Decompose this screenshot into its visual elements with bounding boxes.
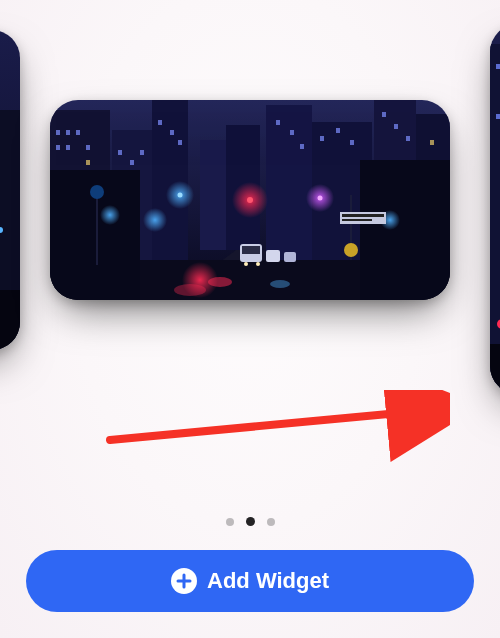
svg-rect-52: [360, 160, 450, 300]
svg-rect-90: [490, 344, 500, 394]
page-dot-1: [226, 518, 234, 526]
svg-rect-23: [56, 130, 60, 135]
svg-rect-32: [158, 120, 162, 125]
svg-rect-36: [290, 130, 294, 135]
svg-point-65: [100, 205, 120, 225]
svg-rect-37: [300, 144, 304, 149]
svg-rect-26: [56, 145, 60, 150]
svg-rect-70: [266, 250, 280, 262]
swipe-right-arrow-annotation: [100, 390, 450, 470]
svg-rect-72: [96, 195, 98, 265]
add-widget-button[interactable]: Add Widget: [26, 550, 474, 612]
svg-point-68: [244, 262, 248, 266]
svg-rect-34: [178, 140, 182, 145]
page-dot-3: [267, 518, 275, 526]
page-indicator: [0, 517, 500, 526]
svg-rect-29: [118, 150, 122, 155]
svg-rect-85: [496, 114, 500, 119]
svg-rect-38: [320, 136, 324, 141]
svg-point-57: [247, 197, 253, 203]
svg-rect-10: [0, 290, 20, 350]
svg-line-91: [110, 412, 410, 440]
page-dot-2: [246, 517, 255, 526]
svg-rect-27: [66, 145, 70, 150]
svg-rect-35: [276, 120, 280, 125]
svg-point-75: [344, 243, 358, 257]
widget-size-carousel[interactable]: [0, 40, 500, 360]
svg-rect-47: [430, 140, 434, 145]
svg-point-63: [182, 262, 218, 298]
plus-circle-icon: [171, 568, 197, 594]
svg-rect-71: [284, 252, 296, 262]
svg-rect-25: [76, 130, 80, 135]
svg-rect-28: [86, 145, 90, 150]
svg-rect-33: [170, 130, 174, 135]
svg-point-60: [143, 208, 167, 232]
widget-preview-center[interactable]: [50, 100, 450, 300]
svg-rect-19: [266, 105, 312, 260]
add-widget-label: Add Widget: [207, 568, 329, 594]
widget-preview-right[interactable]: [490, 24, 500, 394]
svg-rect-44: [86, 160, 90, 165]
svg-rect-43: [406, 136, 410, 141]
svg-rect-67: [242, 246, 260, 254]
svg-point-62: [318, 196, 323, 201]
svg-point-73: [90, 185, 104, 199]
svg-rect-30: [130, 160, 134, 165]
svg-point-69: [256, 262, 260, 266]
svg-rect-16: [152, 100, 188, 260]
svg-rect-41: [382, 112, 386, 117]
svg-rect-78: [342, 219, 372, 221]
svg-rect-42: [394, 124, 398, 129]
svg-point-55: [270, 280, 290, 288]
widget-preview-left[interactable]: [0, 30, 20, 350]
svg-point-59: [178, 193, 183, 198]
svg-rect-39: [336, 128, 340, 133]
svg-rect-24: [66, 130, 70, 135]
svg-rect-80: [490, 44, 500, 394]
svg-rect-83: [496, 64, 500, 69]
svg-rect-40: [350, 140, 354, 145]
svg-rect-31: [140, 150, 144, 155]
svg-rect-77: [342, 214, 384, 217]
svg-rect-76: [340, 212, 386, 224]
svg-rect-17: [200, 140, 226, 250]
